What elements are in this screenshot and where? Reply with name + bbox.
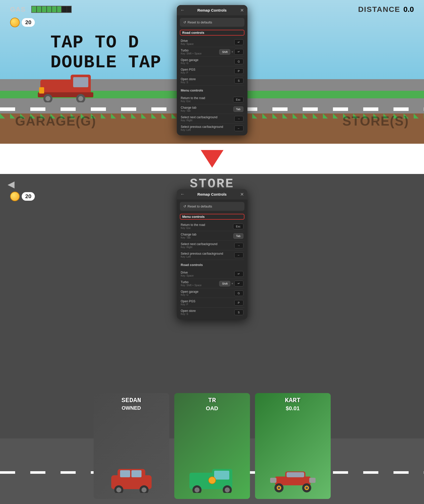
modal-back-button-top[interactable]: ← [180, 8, 185, 13]
modal-back-button-bottom[interactable]: ← [180, 192, 185, 197]
key-row-prev-top: ← [234, 126, 243, 131]
svg-point-7 [78, 96, 83, 101]
key-row-tab-top: Tab [233, 106, 243, 112]
reset-defaults-button-top[interactable]: ↺ Reset to defaults [180, 18, 244, 27]
key-btn-g-bottom[interactable]: G [234, 290, 243, 296]
key-row-next-top: → [234, 116, 243, 122]
control-info-return-top: Return to the road Key: Esc [181, 96, 205, 103]
control-info-pgs-top: Open PGS Key: P [181, 68, 195, 74]
distance-value: 0.0 [403, 5, 414, 13]
control-info-drive-bottom: Drive Key: Space [181, 271, 194, 277]
control-row-pgs-top: Open PGS Key: P P [180, 66, 244, 76]
control-row-prev-bottom: Select previous car/background Key: Left… [180, 250, 244, 260]
modal-header-bottom: ← Remap Controls ✕ [177, 189, 247, 199]
control-row-turbo-top: Turbo Key: Shift + Space Shift + ↵ [180, 47, 244, 57]
modal-body-top: ↺ Reset to defaults Road controls Drive … [177, 15, 247, 135]
remap-controls-modal-top[interactable]: ← Remap Controls ✕ ↺ Reset to defaults R… [177, 5, 247, 135]
key-btn-g-top[interactable]: G [234, 59, 243, 64]
control-info-store-bottom: Open store Key: S [181, 309, 196, 315]
reset-icon-top: ↺ [183, 20, 186, 24]
control-info-tab-top: Change tab Key: Tab [181, 106, 196, 112]
gas-label: GAS [10, 6, 26, 13]
store-label: STORE(S) [342, 113, 409, 129]
control-info-next-top: Select next car/background Key: Right [181, 115, 217, 122]
svg-rect-2 [73, 77, 88, 87]
road-controls-header-top: Road controls [180, 30, 244, 36]
control-info-store-top: Open store Key: S [181, 77, 196, 84]
key-btn-space-top[interactable]: ↵ [234, 49, 243, 55]
key-row-return-top: Esc [233, 97, 243, 102]
tap-text: TAP TO D DOUBLE TAP [50, 33, 161, 73]
key-btn-s-top[interactable]: S [234, 78, 243, 83]
gas-segments [32, 6, 71, 12]
key-btn-shift-bottom[interactable]: Shift [219, 281, 230, 286]
key-btn-left-bottom[interactable]: ← [234, 252, 243, 258]
key-btn-s-bottom[interactable]: S [234, 310, 243, 315]
control-info-garage-top: Open garage Key: G [181, 58, 199, 65]
distance-label: DISTANCE [358, 5, 400, 13]
control-row-garage-top: Open garage Key: G G [180, 57, 244, 66]
coin-icon [10, 18, 20, 27]
control-row-next-top: Select next car/background Key: Right → [180, 114, 244, 124]
control-row-store-top: Open store Key: S S [180, 76, 244, 85]
svg-rect-8 [39, 87, 44, 94]
control-row-tab-top: Change tab Key: Tab Tab [180, 104, 244, 114]
key-btn-tab-bottom[interactable]: Tab [233, 233, 243, 239]
plus-sign-top: + [231, 50, 233, 54]
key-btn-p-top[interactable]: P [234, 68, 243, 74]
control-info-pgs-bottom: Open PGS Key: P [181, 300, 195, 306]
key-btn-space-bottom[interactable]: ↵ [234, 281, 243, 286]
modal-close-button-top[interactable]: ✕ [240, 8, 244, 13]
modal-header-top: ← Remap Controls ✕ [177, 5, 247, 15]
plus-sign-bottom: + [231, 282, 233, 285]
key-btn-tab-top[interactable]: Tab [233, 106, 243, 112]
control-row-drive-bottom: Drive Key: Space ↵ [180, 269, 244, 279]
control-info-garage-bottom: Open garage Key: G [181, 290, 199, 296]
key-btn-esc-top[interactable]: Esc [233, 97, 243, 102]
control-info-drive-top: Drive Key: Space [181, 39, 194, 45]
bottom-game-screen: STORE ◀ 20 SEDAN OWNED [0, 174, 424, 504]
key-row-store-top: S [234, 78, 243, 83]
modal-close-button-bottom[interactable]: ✕ [240, 192, 244, 197]
distance-display: DISTANCE 0.0 [358, 5, 414, 14]
gas-bar [31, 6, 72, 13]
coin-score-top: 20 [10, 18, 35, 27]
key-row-turbo-top: Shift + ↵ [219, 49, 243, 55]
key-row-prev-bottom: ← [234, 252, 243, 258]
key-btn-shift-top[interactable]: Shift [219, 49, 230, 55]
control-row-turbo-bottom: Turbo Key: Shift + Space Shift + ↵ [180, 279, 244, 288]
control-row-next-bottom: Select next car/background Key: Right → [180, 241, 244, 250]
key-row-tab-bottom: Tab [233, 233, 243, 239]
key-row-drive-bottom: ↵ [234, 271, 243, 277]
modal-title-top: Remap Controls [197, 8, 227, 12]
key-row-garage-top: G [234, 59, 243, 64]
modal-overlay-bottom: ← Remap Controls ✕ ↺ Reset to defaults M… [0, 174, 424, 504]
reset-defaults-button-bottom[interactable]: ↺ Reset to defaults [180, 202, 244, 211]
control-info-turbo-top: Turbo Key: Shift + Space [181, 49, 202, 55]
key-btn-drive-top[interactable]: ↵ [234, 39, 243, 45]
control-row-drive-top: Drive Key: Space ↵ [180, 38, 244, 47]
remap-controls-modal-bottom[interactable]: ← Remap Controls ✕ ↺ Reset to defaults M… [177, 189, 247, 319]
svg-point-5 [45, 96, 50, 101]
menu-controls-header-bottom: Menu controls [180, 214, 244, 220]
key-btn-p-bottom[interactable]: P [234, 300, 243, 306]
control-info-return-bottom: Return to the road Key: Esc [181, 223, 205, 229]
key-btn-drive-bottom[interactable]: ↵ [234, 271, 243, 277]
control-row-store-bottom: Open store Key: S S [180, 308, 244, 317]
truck-illustration [38, 67, 93, 103]
key-row-garage-bottom: G [234, 290, 243, 296]
menu-controls-header-top: Menu controls [180, 88, 244, 93]
score-badge: 20 [22, 18, 35, 27]
key-row-next-bottom: → [234, 243, 243, 248]
key-row-store-bottom: S [234, 310, 243, 315]
key-btn-right-top[interactable]: → [234, 116, 243, 122]
control-info-next-bottom: Select next car/background Key: Right [181, 242, 217, 249]
road-controls-header-bottom: Road controls [180, 262, 244, 267]
key-btn-right-bottom[interactable]: → [234, 243, 243, 248]
control-row-return-top: Return to the road Key: Esc Esc [180, 95, 244, 104]
key-btn-left-top[interactable]: ← [234, 126, 243, 131]
key-row-pgs-top: P [234, 68, 243, 74]
key-row-return-bottom: Esc [233, 224, 243, 229]
key-btn-esc-bottom[interactable]: Esc [233, 224, 243, 229]
garage-label: GARAGE(G) [15, 113, 96, 129]
